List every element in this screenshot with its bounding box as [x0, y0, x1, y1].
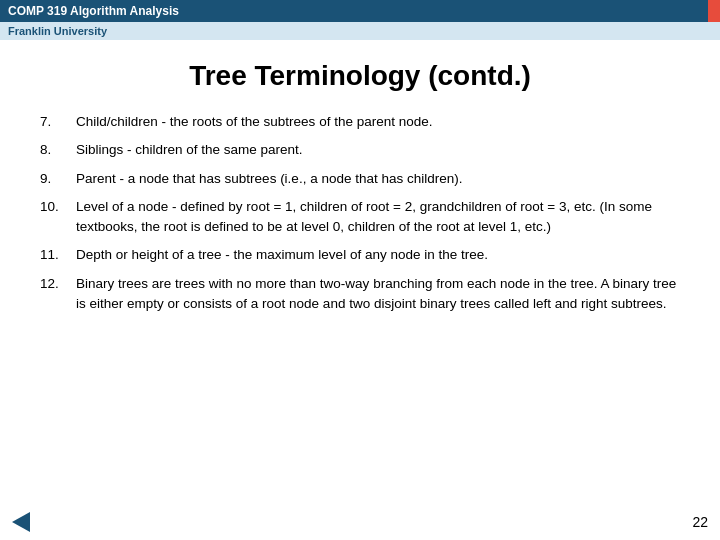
item-text: Siblings - children of the same parent.: [76, 140, 680, 160]
prev-arrow-icon[interactable]: [12, 512, 30, 532]
item-text: Parent - a node that has subtrees (i.e.,…: [76, 169, 680, 189]
item-number: 8.: [40, 140, 76, 160]
list-item: 10.Level of a node - defined by root = 1…: [40, 197, 680, 238]
subtitle: Franklin University: [8, 25, 107, 37]
item-number: 7.: [40, 112, 76, 132]
list-item: 12.Binary trees are trees with no more t…: [40, 274, 680, 315]
list-item: 7.Child/children - the roots of the subt…: [40, 112, 680, 132]
list-item: 11.Depth or height of a tree - the maxim…: [40, 245, 680, 265]
item-text: Level of a node - defined by root = 1, c…: [76, 197, 680, 238]
item-number: 11.: [40, 245, 76, 265]
item-text: Child/children - the roots of the subtre…: [76, 112, 680, 132]
page-title: Tree Terminology (contd.): [40, 60, 680, 92]
item-number: 9.: [40, 169, 76, 189]
items-list: 7.Child/children - the roots of the subt…: [40, 112, 680, 314]
item-number: 12.: [40, 274, 76, 294]
footer: 22: [0, 512, 720, 532]
item-text: Binary trees are trees with no more than…: [76, 274, 680, 315]
list-item: 9.Parent - a node that has subtrees (i.e…: [40, 169, 680, 189]
header-title: COMP 319 Algorithm Analysis: [8, 4, 179, 18]
item-text: Depth or height of a tree - the maximum …: [76, 245, 680, 265]
item-number: 10.: [40, 197, 76, 217]
main-content: Tree Terminology (contd.) 7.Child/childr…: [0, 40, 720, 342]
header-bar: COMP 319 Algorithm Analysis: [0, 0, 720, 22]
page-number: 22: [692, 514, 708, 530]
sub-header: Franklin University: [0, 22, 720, 40]
list-item: 8.Siblings - children of the same parent…: [40, 140, 680, 160]
